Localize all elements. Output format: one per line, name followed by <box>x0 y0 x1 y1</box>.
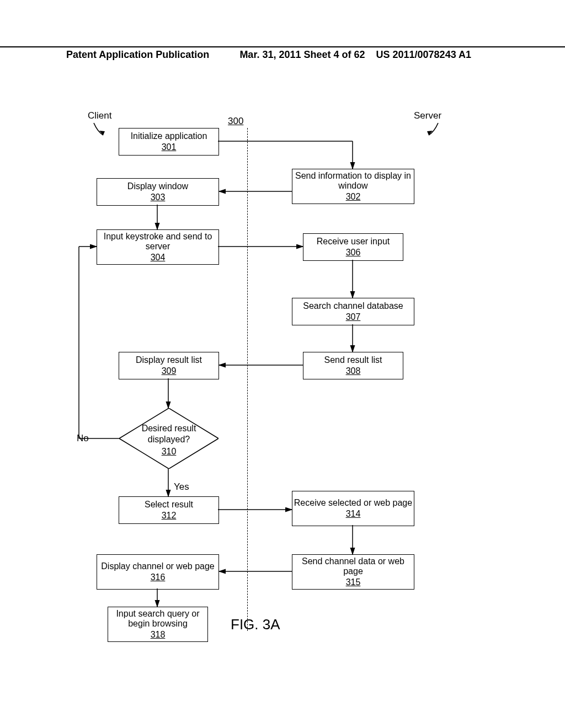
box-text: Select result <box>119 500 218 510</box>
no-label: No <box>77 433 89 444</box>
box-search-channel-db: Search channel database 307 <box>292 298 414 325</box>
server-label: Server <box>414 110 441 121</box>
box-text: Search channel database <box>292 301 414 311</box>
box-ref: 312 <box>119 511 218 521</box>
box-text: Display result list <box>119 355 218 365</box>
box-ref: 309 <box>119 366 218 376</box>
box-display-channel: Display channel or web page 316 <box>97 554 219 590</box>
box-ref: 314 <box>292 509 414 519</box>
box-text: Send information to display in window <box>292 171 414 191</box>
box-ref: 307 <box>292 312 414 322</box>
box-text: Send channel data or web page <box>292 556 414 576</box>
box-ref: 306 <box>303 248 403 258</box>
client-pointer-icon <box>92 122 108 141</box>
page: Patent Application Publication Mar. 31, … <box>0 0 565 728</box>
box-text: Send result list <box>303 355 403 365</box>
figure-label: FIG. 3A <box>231 616 280 633</box>
client-label: Client <box>88 110 111 121</box>
box-ref: 301 <box>119 142 218 152</box>
header-mid: Mar. 31, 2011 Sheet 4 of 62 <box>239 49 365 61</box>
center-divider <box>247 128 248 631</box>
box-ref: 316 <box>97 572 218 582</box>
box-ref: 308 <box>303 366 403 376</box>
box-text: Receive user input <box>303 237 403 247</box>
box-text: Input search query or begin browsing <box>108 609 207 629</box>
diamond-line1: Desired result <box>119 424 218 433</box>
box-receive-selected: Receive selected or web page 314 <box>292 491 414 526</box>
box-ref: 315 <box>292 577 414 587</box>
diamond-line2: displayed? <box>119 435 218 445</box>
page-header: Patent Application Publication Mar. 31, … <box>0 46 565 61</box>
box-ref: 304 <box>97 253 218 263</box>
box-input-search-query: Input search query or begin browsing 318 <box>108 607 208 642</box>
box-send-info: Send information to display in window 30… <box>292 169 414 204</box>
box-text: Receive selected or web page <box>292 498 414 508</box>
box-input-keystroke: Input keystroke and send to server 304 <box>97 229 219 265</box>
box-display-result-list: Display result list 309 <box>119 352 219 379</box>
arrows-overlay <box>0 0 565 728</box>
box-ref: 318 <box>108 630 207 640</box>
box-select-result: Select result 312 <box>119 496 219 524</box>
fig-ref-300: 300 <box>228 116 243 127</box>
box-text: Display window <box>97 181 218 191</box>
box-ref: 302 <box>292 192 414 202</box>
box-text: Display channel or web page <box>97 561 218 571</box>
header-right: US 2011/0078243 A1 <box>376 49 471 61</box>
decision-desired-result: Desired result displayed? 310 <box>119 408 218 469</box>
box-text: Input keystroke and send to server <box>97 232 218 251</box>
box-send-channel-data: Send channel data or web page 315 <box>292 554 414 590</box>
box-display-window: Display window 303 <box>97 178 219 206</box>
box-text: Initialize application <box>119 131 218 141</box>
box-ref: 303 <box>97 192 218 202</box>
box-initialize-application: Initialize application 301 <box>119 128 219 156</box>
box-receive-user-input: Receive user input 306 <box>303 233 403 261</box>
server-pointer-icon <box>425 122 440 141</box>
diamond-ref: 310 <box>119 447 218 457</box>
box-send-result-list: Send result list 308 <box>303 352 403 379</box>
header-left: Patent Application Publication <box>66 49 209 61</box>
yes-label: Yes <box>174 481 189 493</box>
